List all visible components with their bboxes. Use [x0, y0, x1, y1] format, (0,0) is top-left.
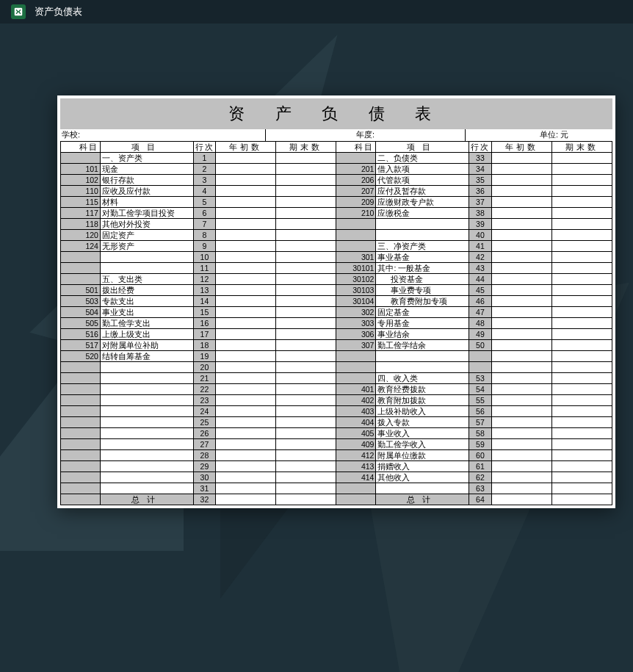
cell-qms-r[interactable]	[551, 351, 612, 362]
cell-ncs-r[interactable]	[491, 406, 551, 417]
cell-ncs-l[interactable]	[216, 208, 276, 219]
cell-xm-r[interactable]: 其中: 一般基金	[376, 263, 469, 274]
cell-ncs-l[interactable]	[216, 296, 276, 307]
cell-ncs-r[interactable]	[491, 296, 551, 307]
cell-km-l[interactable]: 124	[61, 241, 101, 252]
cell-km-r[interactable]: 405	[336, 428, 376, 439]
cell-qms-r[interactable]	[551, 461, 612, 472]
cell-qms-l[interactable]	[276, 329, 336, 340]
cell-km-l[interactable]	[61, 450, 101, 461]
cell-ncs-r[interactable]	[491, 340, 551, 351]
cell-ncs-l[interactable]	[216, 351, 276, 362]
cell-ncs-r[interactable]	[491, 483, 551, 494]
cell-qms-r[interactable]	[551, 329, 612, 340]
cell-xm-l[interactable]: 拨出经费	[100, 285, 193, 296]
cell-xm-r[interactable]	[376, 219, 469, 230]
cell-km-l[interactable]: 505	[61, 318, 101, 329]
cell-ncs-l[interactable]	[216, 417, 276, 428]
cell-ncs-l[interactable]	[216, 472, 276, 483]
cell-qms-r[interactable]	[551, 362, 612, 373]
cell-ncs-l[interactable]	[216, 384, 276, 395]
cell-ncs-r[interactable]	[491, 175, 551, 186]
cell-km-r[interactable]: 30101	[336, 263, 376, 274]
cell-ncs-r[interactable]	[491, 285, 551, 296]
cell-ncs-l[interactable]	[216, 307, 276, 318]
cell-km-r[interactable]: 306	[336, 329, 376, 340]
cell-ncs-r[interactable]	[491, 263, 551, 274]
cell-ncs-l[interactable]	[216, 340, 276, 351]
cell-km-l[interactable]	[61, 483, 101, 494]
cell-km-l[interactable]	[61, 428, 101, 439]
cell-xm-r[interactable]: 专用基金	[376, 318, 469, 329]
cell-xm-r[interactable]: 其他收入	[376, 472, 469, 483]
cell-qms-l[interactable]	[276, 384, 336, 395]
cell-qms-r[interactable]	[551, 252, 612, 263]
cell-ncs-r[interactable]	[491, 186, 551, 197]
cell-qms-r[interactable]	[551, 340, 612, 351]
cell-km-l[interactable]: 120	[61, 230, 101, 241]
cell-ncs-r[interactable]	[491, 373, 551, 384]
cell-ncs-r[interactable]	[491, 197, 551, 208]
cell-qms-r[interactable]	[551, 219, 612, 230]
cell-xm-l[interactable]: 对勤工俭学项目投资	[100, 208, 193, 219]
cell-km-r[interactable]: 413	[336, 461, 376, 472]
cell-km-l[interactable]	[61, 439, 101, 450]
cell-ncs-r[interactable]	[491, 395, 551, 406]
cell-xm-r[interactable]: 教育附加拨款	[376, 395, 469, 406]
cell-ncs-r[interactable]	[491, 450, 551, 461]
cell-ncs-l[interactable]	[216, 494, 276, 505]
cell-ncs-l[interactable]	[216, 395, 276, 406]
cell-xm-l[interactable]: 应收及应付款	[100, 186, 193, 197]
cell-xm-l[interactable]: 专款支出	[100, 296, 193, 307]
cell-ncs-l[interactable]	[216, 164, 276, 175]
cell-qms-r[interactable]	[551, 230, 612, 241]
cell-ncs-l[interactable]	[216, 241, 276, 252]
cell-ncs-r[interactable]	[491, 153, 551, 164]
cell-qms-r[interactable]	[551, 395, 612, 406]
cell-qms-l[interactable]	[276, 362, 336, 373]
cell-xm-l[interactable]: 一、资产类	[100, 153, 193, 164]
cell-qms-l[interactable]	[276, 296, 336, 307]
cell-xm-r[interactable]: 投资基金	[376, 274, 469, 285]
cell-km-r[interactable]: 414	[336, 472, 376, 483]
cell-ncs-l[interactable]	[216, 362, 276, 373]
cell-ncs-l[interactable]	[216, 483, 276, 494]
cell-ncs-l[interactable]	[216, 175, 276, 186]
cell-km-l[interactable]: 118	[61, 219, 101, 230]
cell-qms-r[interactable]	[551, 241, 612, 252]
cell-qms-l[interactable]	[276, 351, 336, 362]
cell-xm-l[interactable]: 材料	[100, 197, 193, 208]
cell-ncs-r[interactable]	[491, 164, 551, 175]
cell-ncs-l[interactable]	[216, 461, 276, 472]
cell-xm-l[interactable]: 无形资产	[100, 241, 193, 252]
cell-xm-r[interactable]: 上级补助收入	[376, 406, 469, 417]
cell-km-r[interactable]: 409	[336, 439, 376, 450]
cell-qms-r[interactable]	[551, 384, 612, 395]
cell-ncs-r[interactable]	[491, 362, 551, 373]
cell-xm-r[interactable]	[376, 351, 469, 362]
cell-qms-l[interactable]	[276, 252, 336, 263]
cell-qms-r[interactable]	[551, 307, 612, 318]
cell-xm-r[interactable]: 勤工俭学结余	[376, 340, 469, 351]
cell-xm-l[interactable]	[100, 395, 193, 406]
cell-qms-r[interactable]	[551, 186, 612, 197]
cell-km-l[interactable]	[61, 395, 101, 406]
cell-xm-r[interactable]: 教育经费拨款	[376, 384, 469, 395]
cell-xm-l[interactable]	[100, 252, 193, 263]
cell-qms-l[interactable]	[276, 197, 336, 208]
cell-xm-l[interactable]	[100, 406, 193, 417]
cell-qms-l[interactable]	[276, 494, 336, 505]
cell-xm-l[interactable]	[100, 428, 193, 439]
cell-km-l[interactable]	[61, 461, 101, 472]
cell-qms-l[interactable]	[276, 439, 336, 450]
cell-ncs-r[interactable]	[491, 241, 551, 252]
cell-qms-r[interactable]	[551, 208, 612, 219]
cell-xm-r[interactable]: 应缴财政专户款	[376, 197, 469, 208]
cell-km-l[interactable]: 504	[61, 307, 101, 318]
cell-xm-l[interactable]	[100, 472, 193, 483]
cell-qms-l[interactable]	[276, 208, 336, 219]
cell-ncs-r[interactable]	[491, 472, 551, 483]
cell-ncs-l[interactable]	[216, 230, 276, 241]
cell-xm-r[interactable]	[376, 230, 469, 241]
cell-qms-r[interactable]	[551, 175, 612, 186]
